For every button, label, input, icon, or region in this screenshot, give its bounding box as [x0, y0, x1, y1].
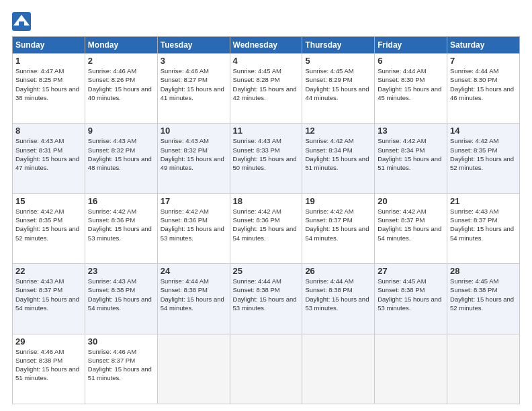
header: [12, 12, 520, 31]
logo: [12, 12, 33, 31]
calendar-cell: 18Sunrise: 4:42 AMSunset: 8:36 PMDayligh…: [230, 193, 302, 263]
day-number: 3: [161, 56, 227, 66]
day-info: Sunrise: 4:45 AMSunset: 8:38 PMDaylight:…: [378, 277, 444, 312]
calendar-cell: 30Sunrise: 4:46 AMSunset: 8:37 PMDayligh…: [85, 334, 157, 404]
day-info: Sunrise: 4:44 AMSunset: 8:30 PMDaylight:…: [378, 66, 444, 102]
calendar-cell: 29Sunrise: 4:46 AMSunset: 8:38 PMDayligh…: [13, 334, 85, 404]
day-number: 28: [450, 266, 517, 276]
day-info: Sunrise: 4:45 AMSunset: 8:28 PMDaylight:…: [233, 66, 300, 102]
day-number: 10: [161, 126, 227, 136]
day-header-monday: Monday: [85, 37, 157, 54]
calendar-cell: [157, 334, 230, 404]
day-info: Sunrise: 4:44 AMSunset: 8:38 PMDaylight:…: [305, 277, 371, 312]
day-info: Sunrise: 4:47 AMSunset: 8:25 PMDaylight:…: [15, 66, 82, 102]
day-number: 21: [450, 196, 517, 206]
calendar-cell: [447, 334, 520, 404]
day-number: 14: [450, 126, 517, 136]
day-info: Sunrise: 4:44 AMSunset: 8:38 PMDaylight:…: [161, 277, 227, 312]
calendar-cell: 21Sunrise: 4:43 AMSunset: 8:37 PMDayligh…: [447, 193, 520, 263]
day-number: 24: [161, 266, 227, 276]
calendar-cell: 27Sunrise: 4:45 AMSunset: 8:38 PMDayligh…: [375, 264, 447, 334]
day-info: Sunrise: 4:43 AMSunset: 8:31 PMDaylight:…: [15, 136, 82, 172]
calendar-cell: 22Sunrise: 4:43 AMSunset: 8:37 PMDayligh…: [13, 264, 85, 334]
calendar-cell: 26Sunrise: 4:44 AMSunset: 8:38 PMDayligh…: [302, 264, 375, 334]
calendar-cell: 2Sunrise: 4:46 AMSunset: 8:26 PMDaylight…: [85, 54, 157, 124]
day-number: 8: [15, 126, 82, 136]
calendar-cell: 3Sunrise: 4:46 AMSunset: 8:27 PMDaylight…: [157, 54, 230, 124]
calendar-cell: 1Sunrise: 4:47 AMSunset: 8:25 PMDaylight…: [13, 54, 85, 124]
day-number: 18: [233, 196, 300, 206]
calendar-week-4: 22Sunrise: 4:43 AMSunset: 8:37 PMDayligh…: [13, 264, 520, 334]
page: SundayMondayTuesdayWednesdayThursdayFrid…: [0, 0, 532, 411]
day-info: Sunrise: 4:43 AMSunset: 8:37 PMDaylight:…: [450, 207, 517, 242]
day-number: 2: [88, 56, 154, 66]
day-info: Sunrise: 4:44 AMSunset: 8:38 PMDaylight:…: [233, 277, 300, 312]
day-number: 9: [88, 126, 154, 136]
day-header-saturday: Saturday: [447, 37, 520, 54]
day-info: Sunrise: 4:42 AMSunset: 8:37 PMDaylight:…: [305, 207, 371, 242]
day-info: Sunrise: 4:46 AMSunset: 8:38 PMDaylight:…: [15, 347, 82, 383]
day-number: 25: [233, 266, 300, 276]
calendar-cell: [230, 334, 302, 404]
calendar-week-3: 15Sunrise: 4:42 AMSunset: 8:35 PMDayligh…: [13, 193, 520, 263]
calendar-cell: 28Sunrise: 4:45 AMSunset: 8:38 PMDayligh…: [447, 264, 520, 334]
calendar-table: SundayMondayTuesdayWednesdayThursdayFrid…: [12, 36, 520, 404]
day-number: 11: [233, 126, 300, 136]
calendar-cell: 23Sunrise: 4:43 AMSunset: 8:38 PMDayligh…: [85, 264, 157, 334]
day-number: 19: [305, 196, 371, 206]
day-info: Sunrise: 4:42 AMSunset: 8:34 PMDaylight:…: [378, 136, 444, 172]
header-row: SundayMondayTuesdayWednesdayThursdayFrid…: [13, 37, 520, 54]
day-number: 20: [378, 196, 444, 206]
calendar-cell: 19Sunrise: 4:42 AMSunset: 8:37 PMDayligh…: [302, 193, 375, 263]
day-number: 6: [378, 56, 444, 66]
calendar-cell: 12Sunrise: 4:42 AMSunset: 8:34 PMDayligh…: [302, 124, 375, 193]
calendar-cell: 16Sunrise: 4:42 AMSunset: 8:36 PMDayligh…: [85, 193, 157, 263]
calendar-cell: 10Sunrise: 4:43 AMSunset: 8:32 PMDayligh…: [157, 124, 230, 193]
day-number: 16: [88, 196, 154, 206]
calendar-cell: 6Sunrise: 4:44 AMSunset: 8:30 PMDaylight…: [375, 54, 447, 124]
day-number: 13: [378, 126, 444, 136]
day-info: Sunrise: 4:46 AMSunset: 8:37 PMDaylight:…: [88, 347, 154, 383]
day-info: Sunrise: 4:46 AMSunset: 8:27 PMDaylight:…: [161, 66, 227, 102]
day-number: 26: [305, 266, 371, 276]
calendar-week-2: 8Sunrise: 4:43 AMSunset: 8:31 PMDaylight…: [13, 124, 520, 193]
day-info: Sunrise: 4:45 AMSunset: 8:29 PMDaylight:…: [305, 66, 371, 102]
calendar-cell: 5Sunrise: 4:45 AMSunset: 8:29 PMDaylight…: [302, 54, 375, 124]
calendar-cell: 17Sunrise: 4:42 AMSunset: 8:36 PMDayligh…: [157, 193, 230, 263]
day-info: Sunrise: 4:42 AMSunset: 8:36 PMDaylight:…: [88, 207, 154, 242]
day-number: 29: [15, 336, 82, 347]
day-header-sunday: Sunday: [13, 37, 85, 54]
day-info: Sunrise: 4:42 AMSunset: 8:34 PMDaylight:…: [305, 136, 371, 172]
day-number: 22: [15, 266, 82, 276]
day-number: 12: [305, 126, 371, 136]
calendar-cell: 4Sunrise: 4:45 AMSunset: 8:28 PMDaylight…: [230, 54, 302, 124]
calendar-cell: [375, 334, 447, 404]
day-info: Sunrise: 4:44 AMSunset: 8:30 PMDaylight:…: [450, 66, 517, 102]
logo-icon: [12, 12, 31, 31]
calendar-cell: 11Sunrise: 4:43 AMSunset: 8:33 PMDayligh…: [230, 124, 302, 193]
day-number: 30: [88, 336, 154, 347]
calendar-cell: 8Sunrise: 4:43 AMSunset: 8:31 PMDaylight…: [13, 124, 85, 193]
day-info: Sunrise: 4:43 AMSunset: 8:33 PMDaylight:…: [233, 136, 300, 172]
day-info: Sunrise: 4:43 AMSunset: 8:37 PMDaylight:…: [15, 277, 82, 312]
day-header-thursday: Thursday: [302, 37, 375, 54]
svg-rect-2: [19, 21, 24, 27]
day-header-friday: Friday: [375, 37, 447, 54]
day-info: Sunrise: 4:45 AMSunset: 8:38 PMDaylight:…: [450, 277, 517, 312]
calendar-cell: 20Sunrise: 4:42 AMSunset: 8:37 PMDayligh…: [375, 193, 447, 263]
day-number: 1: [15, 56, 82, 66]
day-info: Sunrise: 4:42 AMSunset: 8:37 PMDaylight:…: [378, 207, 444, 242]
calendar-cell: [302, 334, 375, 404]
day-header-tuesday: Tuesday: [157, 37, 230, 54]
day-info: Sunrise: 4:42 AMSunset: 8:36 PMDaylight:…: [233, 207, 300, 242]
calendar-cell: 15Sunrise: 4:42 AMSunset: 8:35 PMDayligh…: [13, 193, 85, 263]
day-info: Sunrise: 4:43 AMSunset: 8:38 PMDaylight:…: [88, 277, 154, 312]
day-number: 4: [233, 56, 300, 66]
calendar-cell: 24Sunrise: 4:44 AMSunset: 8:38 PMDayligh…: [157, 264, 230, 334]
day-info: Sunrise: 4:42 AMSunset: 8:36 PMDaylight:…: [161, 207, 227, 242]
day-header-wednesday: Wednesday: [230, 37, 302, 54]
day-number: 17: [161, 196, 227, 206]
calendar-cell: 9Sunrise: 4:43 AMSunset: 8:32 PMDaylight…: [85, 124, 157, 193]
day-info: Sunrise: 4:42 AMSunset: 8:35 PMDaylight:…: [450, 136, 517, 172]
day-number: 27: [378, 266, 444, 276]
